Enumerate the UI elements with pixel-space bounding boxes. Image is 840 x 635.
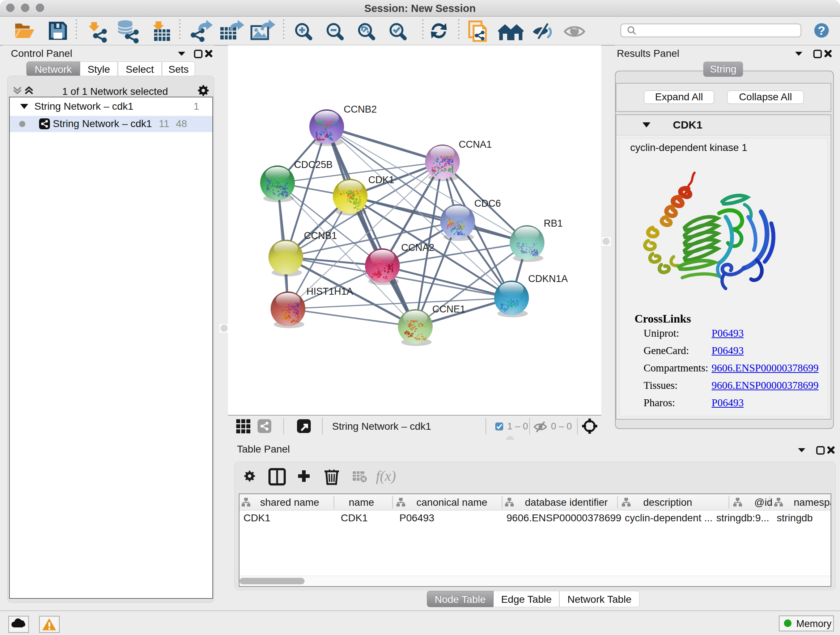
- svg-text:stringdb:9...: stringdb:9...: [716, 512, 769, 524]
- svg-text:@id: @id: [754, 497, 772, 508]
- svg-text:CDKN1A: CDKN1A: [528, 273, 568, 284]
- svg-text:CCNA2: CCNA2: [401, 242, 434, 253]
- svg-text:CCNE1: CCNE1: [432, 304, 466, 315]
- svg-text:?: ?: [818, 24, 826, 37]
- svg-text:namespace: namespace: [794, 497, 831, 508]
- svg-text:database identifier: database identifier: [525, 497, 608, 508]
- svg-text:CDK1: CDK1: [341, 512, 368, 524]
- svg-text:0 – 0: 0 – 0: [551, 421, 572, 432]
- svg-text:RB1: RB1: [544, 218, 563, 229]
- svg-text:CDK1: CDK1: [243, 512, 271, 524]
- svg-text:CDC6: CDC6: [474, 198, 501, 209]
- svg-text:canonical name: canonical name: [416, 497, 487, 508]
- svg-text:CDK1: CDK1: [368, 174, 394, 185]
- svg-text:shared name: shared name: [260, 497, 319, 508]
- svg-text:9606.ENSP00000378699: 9606.ENSP00000378699: [507, 512, 622, 524]
- svg-text:CCNA1: CCNA1: [459, 139, 492, 150]
- svg-text:f(x): f(x): [376, 468, 396, 484]
- svg-text:stringdb: stringdb: [777, 512, 813, 524]
- svg-text:1 – 0: 1 – 0: [507, 421, 528, 432]
- svg-text:CDC25B: CDC25B: [294, 159, 333, 170]
- svg-text:description: description: [643, 497, 692, 508]
- svg-text:String Network – cdk1: String Network – cdk1: [332, 421, 431, 432]
- svg-text:HIST1H1A: HIST1H1A: [306, 286, 353, 297]
- svg-text:name: name: [349, 497, 374, 508]
- svg-text:CCNB1: CCNB1: [304, 230, 337, 241]
- svg-text:P06493: P06493: [399, 512, 434, 524]
- svg-text:cyclin-dependent ...: cyclin-dependent ...: [625, 512, 713, 524]
- svg-text:CCNB2: CCNB2: [344, 104, 377, 115]
